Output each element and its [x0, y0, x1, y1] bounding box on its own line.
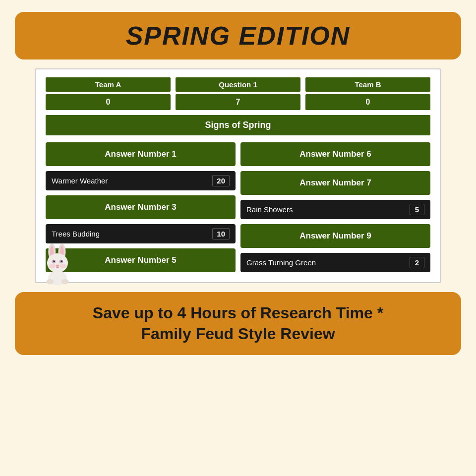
- question-value: 7: [176, 94, 300, 110]
- svg-point-11: [54, 260, 55, 261]
- team-a-label: Team A: [46, 77, 171, 92]
- svg-point-13: [56, 265, 59, 267]
- answer-score: 10: [212, 228, 230, 239]
- answer-button[interactable]: Answer Number 9: [240, 224, 430, 248]
- answer-score: 5: [410, 204, 424, 215]
- team-a-score: 0: [46, 94, 171, 110]
- team-b-block: Team B 0: [305, 77, 430, 110]
- category-bar: Signs of Spring: [46, 115, 430, 135]
- header-title: SPRING EDITION: [126, 21, 351, 50]
- answer-score: 20: [212, 175, 230, 186]
- answer-button[interactable]: Answer Number 7: [240, 171, 430, 195]
- answer-revealed: Grass Turning Green2: [240, 253, 430, 272]
- footer-line2: Family Feud Style Review: [141, 325, 335, 343]
- right-column: Answer Number 6Answer Number 7Rain Showe…: [240, 142, 430, 272]
- score-row: Team A 0 Question 1 7 Team B 0: [46, 77, 430, 110]
- answers-grid: Answer Number 1Warmer Weather20Answer Nu…: [46, 142, 430, 272]
- svg-point-6: [60, 264, 66, 268]
- svg-point-15: [47, 279, 54, 285]
- svg-point-10: [60, 260, 62, 262]
- answer-button[interactable]: Answer Number 6: [240, 142, 430, 166]
- svg-point-12: [61, 260, 62, 261]
- bunny-decoration: [39, 241, 76, 279]
- svg-point-4: [47, 253, 68, 273]
- header-banner: SPRING EDITION: [15, 12, 461, 60]
- answer-text: Warmer Weather: [52, 177, 108, 185]
- footer-banner: Save up to 4 Hours of Research Time * Fa…: [15, 292, 461, 355]
- team-b-score: 0: [305, 94, 430, 110]
- question-block: Question 1 7: [176, 77, 300, 110]
- answer-text: Trees Budding: [52, 230, 100, 238]
- answer-revealed: Rain Showers5: [240, 200, 430, 219]
- answer-revealed: Trees Budding10: [46, 224, 236, 243]
- answer-button[interactable]: Answer Number 3: [46, 195, 236, 219]
- answer-score: 2: [410, 257, 424, 268]
- footer-line1: Save up to 4 Hours of Research Time *: [93, 304, 383, 322]
- footer-text: Save up to 4 Hours of Research Time * Fa…: [30, 303, 446, 344]
- left-column: Answer Number 1Warmer Weather20Answer Nu…: [46, 142, 236, 272]
- answer-text: Grass Turning Green: [246, 258, 316, 267]
- answer-revealed: Warmer Weather20: [46, 171, 236, 190]
- answer-button[interactable]: Answer Number 1: [46, 142, 236, 166]
- svg-point-16: [61, 279, 69, 285]
- svg-point-9: [53, 260, 55, 262]
- team-a-block: Team A 0: [46, 77, 171, 110]
- team-b-label: Team B: [305, 77, 430, 92]
- svg-point-5: [49, 264, 56, 268]
- game-board: Team A 0 Question 1 7 Team B 0 Signs of …: [35, 68, 441, 283]
- question-label: Question 1: [176, 77, 300, 92]
- answer-text: Rain Showers: [246, 205, 293, 214]
